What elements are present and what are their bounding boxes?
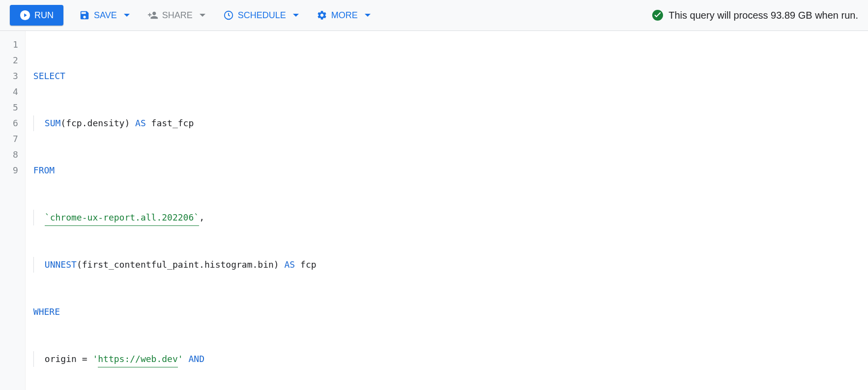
chevron-down-icon xyxy=(365,14,371,17)
chevron-down-icon xyxy=(124,14,130,17)
more-button[interactable]: MORE xyxy=(315,7,373,24)
save-button[interactable]: SAVE xyxy=(77,7,132,24)
code-content[interactable]: SELECT SUM(fcp.density) AS fast_fcp FROM… xyxy=(26,31,868,390)
share-icon xyxy=(147,10,158,21)
schedule-icon xyxy=(223,10,234,21)
share-label: SHARE xyxy=(162,10,193,21)
schedule-label: SCHEDULE xyxy=(238,10,286,21)
query-status: This query will process 93.89 GB when ru… xyxy=(652,9,858,21)
status-text: This query will process 93.89 GB when ru… xyxy=(668,10,858,21)
run-label: RUN xyxy=(34,10,54,21)
chevron-down-icon xyxy=(293,14,299,17)
more-label: MORE xyxy=(331,10,358,21)
chevron-down-icon xyxy=(200,14,205,17)
play-icon xyxy=(20,10,30,21)
run-button[interactable]: RUN xyxy=(10,5,63,26)
save-label: SAVE xyxy=(94,10,117,21)
share-button[interactable]: SHARE xyxy=(145,7,207,24)
line-gutter: 1 2 3 4 5 6 7 8 9 xyxy=(0,31,26,390)
gear-icon xyxy=(317,10,327,21)
check-circle-icon xyxy=(652,9,664,21)
toolbar: RUN SAVE SHARE SCHEDULE MORE This query … xyxy=(0,0,868,31)
save-icon xyxy=(79,10,90,21)
sql-editor[interactable]: 1 2 3 4 5 6 7 8 9 SELECT SUM(fcp.density… xyxy=(0,31,868,390)
schedule-button[interactable]: SCHEDULE xyxy=(221,7,301,24)
